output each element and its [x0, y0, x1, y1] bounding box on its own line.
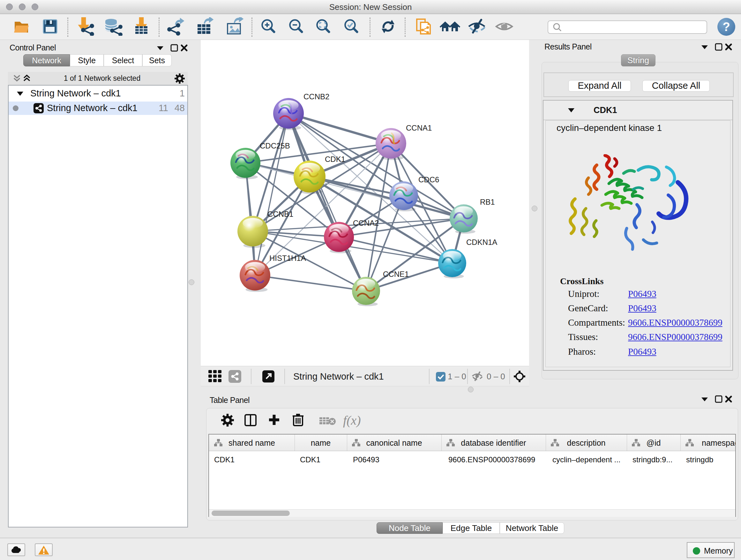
- svg-text:RB1: RB1: [480, 198, 495, 206]
- svg-text:CCNB1: CCNB1: [267, 210, 293, 219]
- svg-text:CDC25B: CDC25B: [260, 141, 290, 150]
- svg-text:CDKN1A: CDKN1A: [466, 238, 497, 246]
- svg-text:CCNE1: CCNE1: [383, 270, 409, 278]
- svg-text:CDK1: CDK1: [325, 155, 345, 164]
- svg-text:CCNA2: CCNA2: [353, 219, 379, 227]
- svg-text:CCNB2: CCNB2: [304, 92, 329, 101]
- svg-text:CCNA1: CCNA1: [406, 124, 432, 132]
- svg-text:CDC6: CDC6: [418, 175, 439, 184]
- svg-text:HIST1H1A: HIST1H1A: [269, 254, 306, 262]
